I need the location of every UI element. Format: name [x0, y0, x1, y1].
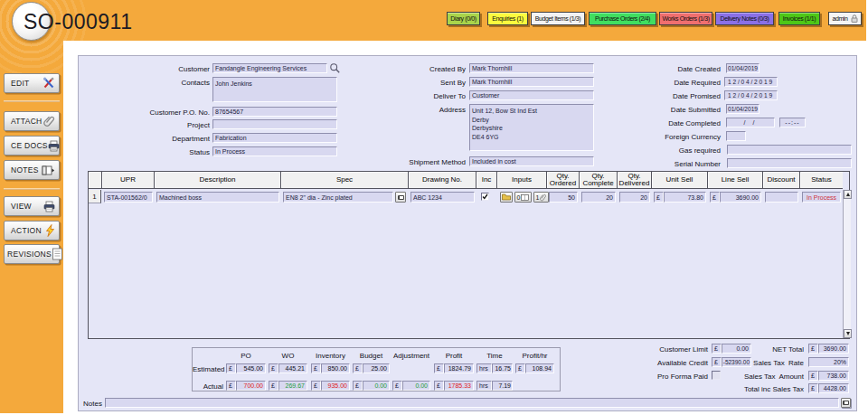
- ce-docs-button[interactable]: CE DOCS: [4, 136, 60, 156]
- serial-number-field[interactable]: [727, 158, 852, 168]
- address-field[interactable]: Unit 12, Bow St Ind Est Derby Derbyshire…: [469, 104, 594, 151]
- scroll-up-button[interactable]: [844, 190, 852, 199]
- lock-icon: [851, 14, 858, 23]
- net-total-currency: £: [808, 344, 818, 354]
- action-button[interactable]: ACTION: [4, 221, 60, 241]
- view-button[interactable]: VIEW: [4, 196, 60, 216]
- sent-by-field[interactable]: Mark Thornhill: [469, 77, 594, 87]
- date-promised-field[interactable]: 12/04/2019: [724, 90, 778, 100]
- date-required-label: Date Required: [590, 79, 721, 87]
- estimated-time-unit: hrs: [476, 363, 492, 373]
- actual-budget-value: 0.00: [363, 381, 390, 391]
- summary-col-profit: Profit: [434, 352, 474, 360]
- project-field[interactable]: [212, 119, 337, 129]
- department-field[interactable]: Fabrication: [212, 133, 337, 143]
- admin-user-button[interactable]: admin: [828, 12, 862, 25]
- description-cell[interactable]: Machined boss: [156, 192, 279, 203]
- enquiries-button[interactable]: Enquiries (1): [487, 12, 528, 25]
- estimated-budget-value: 25.00: [363, 363, 390, 373]
- col-header-rownum: [89, 172, 102, 189]
- time-completed-field[interactable]: --:--: [779, 118, 806, 127]
- status-label: Status: [79, 148, 210, 156]
- summary-col-time: Time: [476, 352, 513, 360]
- estimated-po-currency: £: [226, 363, 236, 373]
- works-orders-button[interactable]: Works Orders (1/3): [659, 12, 712, 25]
- summary-col-profithr: Profit/hr: [515, 352, 554, 360]
- sidebar-divider: [4, 188, 60, 190]
- sidebar-divider: [4, 100, 60, 102]
- edit-button[interactable]: EDIT: [4, 73, 60, 93]
- attach-button-label: ATTACH: [11, 117, 42, 126]
- item-docs-button[interactable]: [500, 192, 513, 203]
- edit-button-label: EDIT: [11, 79, 30, 88]
- diary-button[interactable]: Diary (0/0): [447, 12, 480, 25]
- sales-tax-rate-value: 20%: [808, 357, 849, 367]
- purchase-orders-button[interactable]: Purchase Orders (2/4): [589, 12, 656, 25]
- customer-po-field[interactable]: 87654567: [212, 107, 337, 117]
- customer-field[interactable]: Fandangle Engineering Services: [212, 63, 327, 73]
- item-notes-button[interactable]: 0: [514, 192, 532, 203]
- date-created-field[interactable]: 01/04/2019: [726, 63, 760, 73]
- shipment-method-label: Shipment Method: [335, 158, 466, 166]
- estimated-inventory-value: 850.00: [321, 363, 350, 373]
- spec-expand-button[interactable]: [395, 192, 406, 203]
- estimated-inventory-currency: £: [311, 363, 321, 373]
- inc-checkbox[interactable]: [481, 193, 489, 201]
- qty-complete-cell[interactable]: 20: [581, 192, 616, 203]
- line-sell-cell[interactable]: 3690.00: [720, 192, 761, 203]
- qty-delivered-cell[interactable]: 20: [619, 192, 650, 203]
- foreign-currency-field[interactable]: [726, 131, 746, 141]
- date-completed-label: Date Completed: [590, 119, 721, 127]
- notes-field[interactable]: [105, 398, 839, 408]
- lightning-icon: [44, 224, 55, 237]
- created-by-field[interactable]: Mark Thornhill: [469, 63, 594, 73]
- shipment-method-field[interactable]: Included in cost: [469, 156, 594, 166]
- order-panel: Customer Fandangle Engineering Services …: [78, 55, 857, 411]
- app-window: SO-000911 Diary (0/0) Enquiries (1) Budg…: [0, 0, 868, 415]
- date-required-field[interactable]: 12/04/2019: [724, 77, 778, 87]
- scroll-down-button[interactable]: [844, 329, 852, 338]
- status-field[interactable]: In Process: [212, 146, 337, 156]
- col-header-spec: Spec: [281, 172, 409, 189]
- spec-cell[interactable]: EN8 2" dia - Zinc plated: [283, 192, 393, 203]
- deliver-to-field[interactable]: Customer: [469, 90, 594, 100]
- date-completed-field[interactable]: / /: [726, 118, 775, 127]
- drawing-no-cell[interactable]: ABC 1234: [410, 192, 475, 203]
- notes-expand-button[interactable]: [841, 398, 851, 408]
- date-submitted-field[interactable]: 01/04/2019: [726, 104, 760, 114]
- sales-tax-amount-label: Sales Tax Amount: [673, 373, 804, 381]
- col-header-line-sell: Line Sell: [708, 172, 763, 189]
- action-button-label: ACTION: [11, 226, 42, 235]
- qty-ordered-cell[interactable]: 50: [549, 192, 578, 203]
- gas-required-field[interactable]: [727, 145, 852, 155]
- actual-profit-currency: £: [434, 381, 444, 391]
- col-header-description: Description: [155, 172, 281, 189]
- paperclip-icon: [43, 115, 55, 127]
- unit-sell-cell[interactable]: 73.80: [664, 192, 706, 203]
- item-attachments-button[interactable]: 1: [533, 192, 549, 203]
- budget-items-button[interactable]: Budget Items (1/3): [531, 12, 585, 25]
- notes-button-label: NOTES: [11, 165, 39, 174]
- upr-cell[interactable]: STA-001562/0: [104, 192, 153, 203]
- revisions-button[interactable]: REVISIONS: [4, 244, 60, 264]
- book-icon: [521, 194, 529, 201]
- item-status-cell[interactable]: In Process: [802, 192, 841, 203]
- window-icon: [398, 195, 404, 200]
- notes-button[interactable]: NOTES: [4, 160, 60, 180]
- row-number[interactable]: 1: [89, 190, 101, 203]
- order-items-table: UPR Description Spec Drawing No. Inc Inp…: [88, 171, 850, 339]
- printer-icon: [43, 201, 55, 212]
- delivery-notes-button[interactable]: Delivery Notes (0/3): [715, 12, 774, 25]
- estimated-profit-value: 1824.79: [444, 363, 474, 373]
- actual-budget-currency: £: [353, 381, 363, 391]
- date-created-label: Date Created: [590, 65, 721, 73]
- actual-po-value: 700.00: [236, 381, 266, 391]
- actual-po-currency: £: [226, 381, 236, 391]
- estimated-row-label: Estimated: [193, 365, 223, 373]
- attach-button[interactable]: ATTACH: [4, 111, 60, 131]
- invoices-button[interactable]: Invoices (1/1): [778, 12, 820, 25]
- contacts-field[interactable]: John Jenkins: [212, 77, 337, 102]
- discount-cell[interactable]: [765, 192, 798, 203]
- table-vertical-scrollbar[interactable]: [843, 190, 851, 338]
- customer-po-label: Customer P.O. No.: [79, 108, 210, 117]
